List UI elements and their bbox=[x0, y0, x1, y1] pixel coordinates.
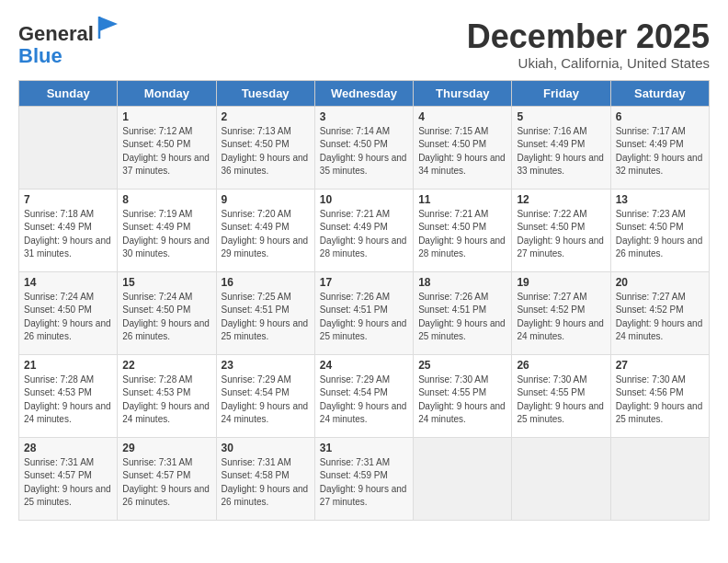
logo-flag-icon bbox=[96, 15, 121, 40]
day-cell: 6Sunrise: 7:17 AMSunset: 4:49 PMDaylight… bbox=[610, 106, 709, 189]
day-number: 27 bbox=[616, 359, 704, 372]
day-cell: 13Sunrise: 7:23 AMSunset: 4:50 PMDayligh… bbox=[610, 189, 709, 271]
day-info: Sunrise: 7:28 AMSunset: 4:53 PMDaylight:… bbox=[122, 373, 210, 427]
day-number: 17 bbox=[320, 276, 408, 289]
day-number: 24 bbox=[320, 359, 408, 372]
day-number: 20 bbox=[616, 276, 704, 289]
month-title: December 2025 bbox=[467, 18, 710, 55]
day-number: 18 bbox=[418, 276, 506, 289]
day-cell: 18Sunrise: 7:26 AMSunset: 4:51 PMDayligh… bbox=[414, 271, 512, 354]
calendar-table: SundayMondayTuesdayWednesdayThursdayFrid… bbox=[18, 80, 710, 521]
day-info: Sunrise: 7:24 AMSunset: 4:50 PMDaylight:… bbox=[24, 291, 112, 344]
day-cell: 11Sunrise: 7:21 AMSunset: 4:50 PMDayligh… bbox=[414, 189, 512, 271]
day-info: Sunrise: 7:27 AMSunset: 4:52 PMDaylight:… bbox=[616, 291, 704, 344]
day-cell: 2Sunrise: 7:13 AMSunset: 4:50 PMDaylight… bbox=[216, 106, 314, 189]
day-number: 16 bbox=[222, 276, 310, 289]
day-info: Sunrise: 7:17 AMSunset: 4:49 PMDaylight:… bbox=[616, 125, 704, 178]
day-number: 22 bbox=[122, 359, 210, 372]
day-info: Sunrise: 7:31 AMSunset: 4:57 PMDaylight:… bbox=[122, 456, 210, 510]
day-number: 31 bbox=[320, 442, 408, 454]
day-info: Sunrise: 7:31 AMSunset: 4:57 PMDaylight:… bbox=[24, 456, 112, 510]
day-number: 2 bbox=[222, 110, 310, 123]
day-cell: 17Sunrise: 7:26 AMSunset: 4:51 PMDayligh… bbox=[314, 271, 413, 354]
day-info: Sunrise: 7:14 AMSunset: 4:50 PMDaylight:… bbox=[320, 125, 408, 178]
day-info: Sunrise: 7:30 AMSunset: 4:55 PMDaylight:… bbox=[517, 373, 605, 427]
week-row-2: 7Sunrise: 7:18 AMSunset: 4:49 PMDaylight… bbox=[19, 189, 710, 271]
day-number: 28 bbox=[24, 442, 112, 454]
day-cell bbox=[19, 106, 118, 189]
day-number: 21 bbox=[24, 359, 112, 372]
day-cell: 24Sunrise: 7:29 AMSunset: 4:54 PMDayligh… bbox=[314, 354, 413, 437]
col-header-monday: Monday bbox=[118, 80, 216, 106]
week-row-4: 21Sunrise: 7:28 AMSunset: 4:53 PMDayligh… bbox=[19, 354, 710, 437]
day-cell: 21Sunrise: 7:28 AMSunset: 4:53 PMDayligh… bbox=[19, 354, 118, 437]
day-cell: 19Sunrise: 7:27 AMSunset: 4:52 PMDayligh… bbox=[512, 271, 610, 354]
col-header-thursday: Thursday bbox=[414, 80, 512, 106]
day-cell: 29Sunrise: 7:31 AMSunset: 4:57 PMDayligh… bbox=[118, 437, 216, 520]
day-info: Sunrise: 7:13 AMSunset: 4:50 PMDaylight:… bbox=[222, 125, 310, 178]
day-number: 26 bbox=[517, 359, 605, 372]
col-header-wednesday: Wednesday bbox=[314, 80, 413, 106]
day-info: Sunrise: 7:27 AMSunset: 4:52 PMDaylight:… bbox=[517, 291, 605, 344]
day-cell: 30Sunrise: 7:31 AMSunset: 4:58 PMDayligh… bbox=[216, 437, 314, 520]
day-info: Sunrise: 7:21 AMSunset: 4:49 PMDaylight:… bbox=[320, 208, 408, 261]
day-cell: 20Sunrise: 7:27 AMSunset: 4:52 PMDayligh… bbox=[610, 271, 709, 354]
day-number: 25 bbox=[418, 359, 506, 372]
logo-text-general: General bbox=[18, 22, 94, 45]
day-cell: 1Sunrise: 7:12 AMSunset: 4:50 PMDaylight… bbox=[118, 106, 216, 189]
day-info: Sunrise: 7:26 AMSunset: 4:51 PMDaylight:… bbox=[418, 291, 506, 344]
day-number: 19 bbox=[517, 276, 605, 289]
day-number: 3 bbox=[320, 110, 408, 123]
day-info: Sunrise: 7:20 AMSunset: 4:49 PMDaylight:… bbox=[222, 208, 310, 261]
day-number: 11 bbox=[418, 193, 506, 206]
day-cell: 26Sunrise: 7:30 AMSunset: 4:55 PMDayligh… bbox=[512, 354, 610, 437]
day-info: Sunrise: 7:21 AMSunset: 4:50 PMDaylight:… bbox=[418, 208, 506, 261]
logo: General Blue bbox=[18, 18, 121, 67]
day-cell: 7Sunrise: 7:18 AMSunset: 4:49 PMDaylight… bbox=[19, 189, 118, 271]
day-number: 1 bbox=[122, 110, 210, 123]
title-block: December 2025 Ukiah, California, United … bbox=[467, 18, 710, 71]
day-info: Sunrise: 7:25 AMSunset: 4:51 PMDaylight:… bbox=[222, 291, 310, 344]
day-number: 9 bbox=[222, 193, 310, 206]
day-number: 7 bbox=[24, 193, 112, 206]
day-number: 6 bbox=[616, 110, 704, 123]
day-cell: 9Sunrise: 7:20 AMSunset: 4:49 PMDaylight… bbox=[216, 189, 314, 271]
day-info: Sunrise: 7:23 AMSunset: 4:50 PMDaylight:… bbox=[616, 208, 704, 261]
day-number: 29 bbox=[122, 442, 210, 454]
day-cell: 28Sunrise: 7:31 AMSunset: 4:57 PMDayligh… bbox=[19, 437, 118, 520]
day-info: Sunrise: 7:29 AMSunset: 4:54 PMDaylight:… bbox=[222, 373, 310, 427]
day-cell: 15Sunrise: 7:24 AMSunset: 4:50 PMDayligh… bbox=[118, 271, 216, 354]
page-header: General Blue December 2025 Ukiah, Califo… bbox=[18, 18, 710, 71]
week-row-5: 28Sunrise: 7:31 AMSunset: 4:57 PMDayligh… bbox=[19, 437, 710, 520]
day-info: Sunrise: 7:30 AMSunset: 4:56 PMDaylight:… bbox=[616, 373, 704, 427]
logo-text-blue: Blue bbox=[18, 44, 63, 67]
col-header-sunday: Sunday bbox=[19, 80, 118, 106]
day-info: Sunrise: 7:19 AMSunset: 4:49 PMDaylight:… bbox=[122, 208, 210, 261]
svg-marker-0 bbox=[99, 17, 118, 31]
week-row-1: 1Sunrise: 7:12 AMSunset: 4:50 PMDaylight… bbox=[19, 106, 710, 189]
day-info: Sunrise: 7:22 AMSunset: 4:50 PMDaylight:… bbox=[517, 208, 605, 261]
header-row: SundayMondayTuesdayWednesdayThursdayFrid… bbox=[19, 80, 710, 106]
day-info: Sunrise: 7:29 AMSunset: 4:54 PMDaylight:… bbox=[320, 373, 408, 427]
col-header-saturday: Saturday bbox=[610, 80, 709, 106]
day-number: 8 bbox=[122, 193, 210, 206]
day-number: 23 bbox=[222, 359, 310, 372]
day-cell bbox=[414, 437, 512, 520]
day-number: 15 bbox=[122, 276, 210, 289]
day-info: Sunrise: 7:16 AMSunset: 4:49 PMDaylight:… bbox=[517, 125, 605, 178]
day-cell: 8Sunrise: 7:19 AMSunset: 4:49 PMDaylight… bbox=[118, 189, 216, 271]
day-info: Sunrise: 7:24 AMSunset: 4:50 PMDaylight:… bbox=[122, 291, 210, 344]
day-number: 14 bbox=[24, 276, 112, 289]
day-number: 12 bbox=[517, 193, 605, 206]
day-cell: 5Sunrise: 7:16 AMSunset: 4:49 PMDaylight… bbox=[512, 106, 610, 189]
day-cell: 23Sunrise: 7:29 AMSunset: 4:54 PMDayligh… bbox=[216, 354, 314, 437]
day-cell: 10Sunrise: 7:21 AMSunset: 4:49 PMDayligh… bbox=[314, 189, 413, 271]
day-info: Sunrise: 7:31 AMSunset: 4:59 PMDaylight:… bbox=[320, 456, 408, 510]
day-number: 4 bbox=[418, 110, 506, 123]
day-info: Sunrise: 7:26 AMSunset: 4:51 PMDaylight:… bbox=[320, 291, 408, 344]
col-header-friday: Friday bbox=[512, 80, 610, 106]
location-subtitle: Ukiah, California, United States bbox=[467, 55, 710, 71]
day-info: Sunrise: 7:30 AMSunset: 4:55 PMDaylight:… bbox=[418, 373, 506, 427]
day-cell: 27Sunrise: 7:30 AMSunset: 4:56 PMDayligh… bbox=[610, 354, 709, 437]
day-info: Sunrise: 7:18 AMSunset: 4:49 PMDaylight:… bbox=[24, 208, 112, 261]
